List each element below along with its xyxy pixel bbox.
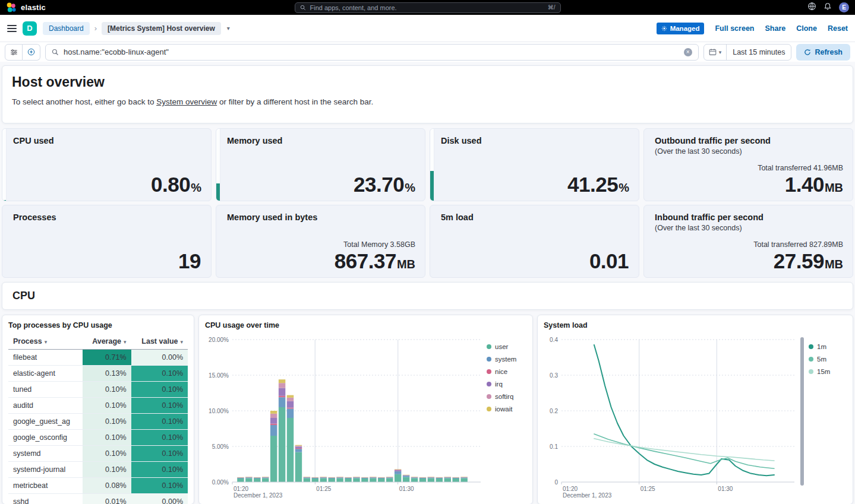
table-row[interactable]: filebeat0.71%0.00% [8,350,188,366]
global-search-input[interactable]: Find apps, content, and more. ⌘/ [295,2,561,13]
cpu-charts-row: Top processes by CPU usage Process▾Avera… [2,315,853,504]
help-icon[interactable] [807,2,816,13]
legend-item-1m[interactable]: 1m [809,343,844,350]
table-row[interactable]: systemd0.10%0.10% [8,446,188,462]
chevron-down-icon[interactable]: ▾ [227,25,230,31]
filter-button-group [5,44,40,61]
table-row[interactable]: elastic-agent0.13%0.10% [8,366,188,382]
table-row[interactable]: google_osconfig0.10%0.10% [8,430,188,446]
cpu-usage-chart[interactable]: 0.00%5.00%10.00%15.00%20.00%01:20Decembe… [205,335,484,502]
managed-badge-label: Managed [670,25,700,32]
column-header-last-value[interactable]: Last value▾ [131,334,188,350]
svg-text:20.00%: 20.00% [209,337,229,343]
legend-label: user [495,343,508,350]
sort-caret-icon: ▾ [180,339,183,345]
filter-settings-button[interactable] [5,44,23,61]
column-header-average[interactable]: Average▾ [83,334,131,350]
query-input[interactable]: host.name:"ecobb-linux-agent" × [45,44,699,61]
metric-value-row: 867.37MB [335,251,415,271]
clone-button[interactable]: Clone [796,24,817,33]
chart-body: 00.10.20.30.401:20December 1, 202301:250… [544,335,847,502]
legend-item-system[interactable]: system [487,356,522,363]
share-button[interactable]: Share [765,24,785,33]
managed-badge[interactable]: Managed [657,23,705,34]
elastic-home-link[interactable]: elastic [6,2,46,13]
legend-item-5m[interactable]: 5m [809,356,844,363]
table-row[interactable]: google_guest_ag0.10%0.10% [8,414,188,430]
system-load-chart[interactable]: 00.10.20.30.401:20December 1, 202301:250… [544,335,799,502]
metric-panel-memory-used-in-bytes[interactable]: Memory used in bytesTotal Memory 3.58GB8… [216,205,425,278]
svg-text:15.00%: 15.00% [209,372,229,379]
query-text: host.name:"ecobb-linux-agent" [64,47,169,56]
process-name-cell: google_guest_ag [8,414,83,430]
notifications-icon[interactable] [824,2,832,13]
calendar-menu-button[interactable]: ▾ [704,45,727,60]
refresh-button[interactable]: Refresh [796,44,850,61]
spacer [655,232,843,240]
cpu-section-panel: CPU [2,282,853,310]
legend-dot [487,394,491,399]
process-name-cell: tuned [8,382,83,398]
description-prefix: To select another host, either go back t… [12,97,156,106]
legend-item-user[interactable]: user [487,343,522,350]
spacer [13,222,201,251]
legend-item-irq[interactable]: irq [487,381,522,388]
spacer [13,145,201,174]
metric-panel-cpu-used[interactable]: CPU used0.80% [2,128,212,201]
menu-icon[interactable] [7,25,17,32]
table-row[interactable]: systemd-journal0.10%0.10% [8,462,188,478]
overview-description: To select another host, either go back t… [12,97,843,106]
full-screen-button[interactable]: Full screen [715,24,754,33]
time-range-button[interactable]: Last 15 minutes [727,48,791,56]
breadcrumb-dashboard[interactable]: Dashboard [43,22,90,35]
table-row[interactable]: auditd0.10%0.10% [8,398,188,414]
legend-item-nice[interactable]: nice [487,368,522,375]
metric-value-row: 27.59MB [774,251,843,271]
metric-panel-disk-used[interactable]: Disk used41.25% [430,128,639,201]
last-value-cell: 0.10% [131,446,188,462]
table-row[interactable]: metricbeat0.08%0.10% [8,478,188,494]
brand-name: elastic [21,3,46,12]
metric-secondary-value: Total transferred 41.96MB [758,164,843,172]
svg-text:01:30: 01:30 [718,486,733,492]
user-avatar[interactable]: E [839,2,849,12]
cpu-section-title: CPU [12,290,35,302]
legend-dot [487,407,491,411]
average-cell: 0.10% [83,462,131,478]
average-cell: 0.71% [83,350,131,366]
metric-unit: MB [825,182,843,194]
add-filter-button[interactable] [23,44,40,61]
metric-panel-inbound-traffic-per-second[interactable]: Inbound traffic per second(Over the last… [643,205,853,278]
legend-item-iowait[interactable]: iowait [487,405,522,413]
metric-panel-memory-used[interactable]: Memory used23.70% [216,128,425,201]
svg-text:December 1, 2023: December 1, 2023 [563,492,612,499]
space-badge[interactable]: D [23,21,37,36]
managed-icon [661,26,667,31]
search-icon [300,5,306,11]
column-header-process[interactable]: Process▾ [8,334,83,350]
svg-text:0.00%: 0.00% [212,479,229,486]
table-row[interactable]: tuned0.10%0.10% [8,382,188,398]
metric-value-row: 0.01 [589,251,629,271]
svg-text:5.00%: 5.00% [212,443,229,450]
global-header: elastic Find apps, content, and more. ⌘/… [0,0,855,15]
breadcrumb-current-page[interactable]: [Metrics System] Host overview [102,22,221,35]
legend-dot [809,344,813,349]
metric-panel-outbound-traffic-per-second[interactable]: Outbound traffic per second(Over the las… [643,128,853,201]
legend-item-softirq[interactable]: softirq [487,393,522,400]
sort-caret-icon: ▾ [124,339,127,345]
legend-item-15m[interactable]: 15m [809,368,844,375]
metric-subtitle: (Over the last 30 seconds) [655,224,843,232]
metric-panel-processes[interactable]: Processes19 [2,205,212,278]
metric-panel-5m-load[interactable]: 5m load0.01 [430,205,639,278]
reset-button[interactable]: Reset [828,24,848,33]
spacer [655,156,843,164]
table-row[interactable]: sshd0.01%0.00% [8,494,188,504]
svg-text:01:20: 01:20 [563,486,578,492]
system-overview-link[interactable]: System overview [156,97,217,106]
scrollbar[interactable] [800,337,804,486]
average-cell: 0.13% [83,366,131,382]
cpu-usage-over-time-panel: CPU usage over time 0.00%5.00%10.00%15.0… [198,315,533,504]
clear-query-icon[interactable]: × [684,48,692,56]
spacer [227,145,415,174]
